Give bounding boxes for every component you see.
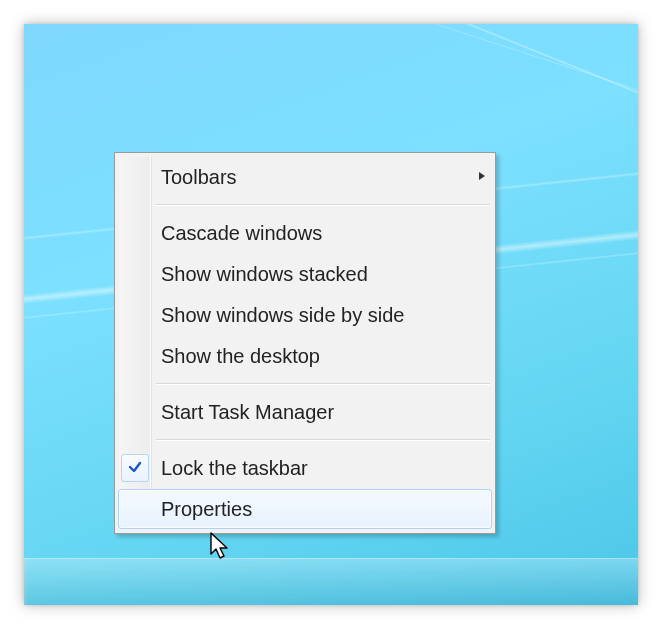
taskbar-context-menu: Toolbars Cascade windows Show windows st…: [114, 152, 496, 534]
menu-item-icon-slot: [119, 454, 151, 482]
menu-item-show-windows-stacked[interactable]: Show windows stacked: [118, 254, 492, 294]
menu-item-label: Start Task Manager: [151, 401, 473, 424]
menu-item-show-the-desktop[interactable]: Show the desktop: [118, 336, 492, 376]
menu-separator: [156, 383, 490, 385]
menu-item-show-windows-side-by-side[interactable]: Show windows side by side: [118, 295, 492, 335]
menu-item-label: Show windows side by side: [151, 304, 473, 327]
checked-indicator: [121, 454, 149, 482]
menu-item-properties[interactable]: Properties: [118, 489, 492, 529]
menu-item-label: Properties: [151, 498, 473, 521]
menu-separator: [156, 439, 490, 441]
menu-separator: [156, 204, 490, 206]
submenu-arrow-icon: [473, 170, 491, 184]
menu-item-label: Show the desktop: [151, 345, 473, 368]
canvas: Toolbars Cascade windows Show windows st…: [0, 0, 664, 632]
menu-item-label: Cascade windows: [151, 222, 473, 245]
taskbar[interactable]: [24, 558, 638, 605]
menu-item-toolbars[interactable]: Toolbars: [118, 157, 492, 197]
menu-item-label: Show windows stacked: [151, 263, 473, 286]
menu-item-label: Toolbars: [151, 166, 473, 189]
screenshot-frame: Toolbars Cascade windows Show windows st…: [24, 24, 638, 605]
menu-item-label: Lock the taskbar: [151, 457, 473, 480]
check-icon: [128, 459, 142, 477]
menu-item-start-task-manager[interactable]: Start Task Manager: [118, 392, 492, 432]
menu-item-cascade-windows[interactable]: Cascade windows: [118, 213, 492, 253]
menu-item-lock-the-taskbar[interactable]: Lock the taskbar: [118, 448, 492, 488]
